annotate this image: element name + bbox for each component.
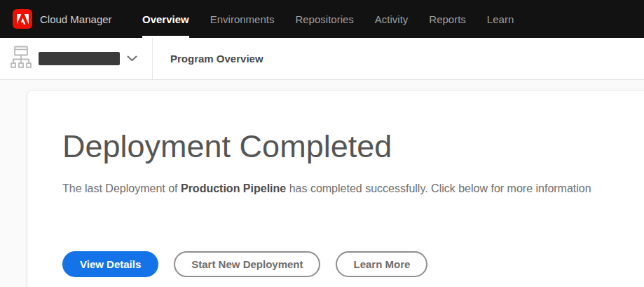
chevron-down-icon: [127, 55, 137, 62]
sub-header-bar: Program Overview: [0, 38, 644, 80]
desc-pipeline-name: Production Pipeline: [181, 182, 286, 194]
card-actions: View Details Start New Deployment Learn …: [62, 251, 644, 277]
desc-suffix: has completed successfully. Click below …: [286, 182, 591, 194]
nav-item-overview[interactable]: Overview: [142, 0, 189, 38]
main-nav: Overview Environments Repositories Activ…: [142, 0, 514, 38]
program-selector-dropdown[interactable]: [0, 38, 153, 79]
desc-prefix: The last Deployment of: [62, 182, 181, 194]
nav-item-reports[interactable]: Reports: [429, 0, 466, 38]
breadcrumb: Program Overview: [153, 38, 263, 79]
nav-item-repositories[interactable]: Repositories: [295, 0, 353, 38]
start-new-deployment-button[interactable]: Start New Deployment: [174, 251, 320, 277]
learn-more-button[interactable]: Learn More: [336, 251, 427, 277]
nav-item-environments[interactable]: Environments: [210, 0, 275, 38]
nav-item-activity[interactable]: Activity: [375, 0, 409, 38]
card-description: The last Deployment of Production Pipeli…: [62, 182, 644, 195]
brand: Cloud Manager: [0, 0, 142, 38]
adobe-a-mark: [17, 14, 29, 25]
program-name-redacted: [39, 52, 120, 65]
page-title: Program Overview: [170, 53, 263, 65]
card-title: Deployment Completed: [62, 131, 644, 162]
adobe-logo-icon[interactable]: [13, 9, 32, 29]
top-nav-bar: Cloud Manager Overview Environments Repo…: [0, 0, 644, 38]
sitemap-icon: [11, 46, 32, 72]
app-title: Cloud Manager: [40, 13, 112, 25]
view-details-button[interactable]: View Details: [62, 251, 158, 277]
deployment-status-card: Deployment Completed The last Deployment…: [27, 90, 644, 287]
nav-item-learn[interactable]: Learn: [487, 0, 514, 38]
